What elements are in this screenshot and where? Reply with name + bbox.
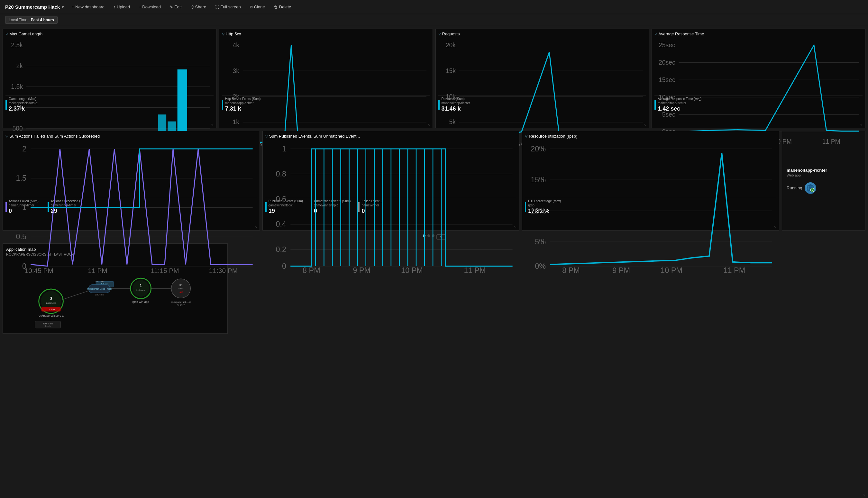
filter-icon-http5xx: ▽: [222, 32, 224, 36]
chart-sum-published: 1 0.8 0.6 0.4 0.2 0: [265, 141, 517, 195]
new-dashboard-button[interactable]: + New dashboard: [70, 4, 106, 10]
svg-text:10%: 10%: [531, 207, 546, 215]
row-2: ▽ Sum Actions Failed and Sum Actions Suc…: [3, 131, 865, 231]
svg-text:15k: 15k: [445, 67, 456, 74]
svg-text:269.1 ms: 269.1 ms: [94, 280, 105, 283]
filter-icon-avg-response: ▽: [655, 32, 657, 36]
widget-title-http5xx: ▽ Http 5xx: [222, 31, 430, 36]
svg-text:10 PM: 10 PM: [401, 266, 423, 275]
time-filter-value: Past 4 hours: [31, 18, 54, 22]
svg-text:▲2: ▲2: [179, 291, 183, 293]
svg-text:11 PM: 11 PM: [724, 266, 746, 275]
app-map-svg: 1.7 ms 3 calls 3 instances 1 <1% rockpap…: [6, 260, 224, 330]
svg-text:rockpapersci...-ai: rockpapersci...-ai: [171, 301, 191, 303]
upload-button[interactable]: ↑ Upload: [112, 4, 132, 10]
svg-text:2.5k: 2.5k: [11, 41, 23, 49]
resize-handle-resource-util[interactable]: ⤡: [774, 225, 778, 229]
svg-text:0.2: 0.2: [276, 245, 286, 254]
svg-text:rpsb-win-app: rpsb-win-app: [132, 300, 149, 303]
svg-text:5sec: 5sec: [662, 111, 675, 118]
resize-handle-avg-response[interactable]: ⤡: [860, 123, 864, 127]
svg-text:5%: 5%: [535, 238, 546, 246]
svg-text:10sec: 10sec: [659, 94, 675, 101]
chart-svg-sum-published: 1 0.8 0.6 0.4 0.2 0: [265, 141, 517, 275]
chart-svg-sum-actions: 2 1.5 1 0.5 0 10:45 PM 11 PM 11:15 PM 11…: [5, 141, 257, 275]
filter-icon-gamelength: ▽: [5, 32, 8, 36]
widget-title-sum-actions: ▽ Sum Actions Failed and Sum Actions Suc…: [5, 134, 257, 139]
svg-text:0.6: 0.6: [276, 195, 286, 203]
clone-icon: ⧉: [250, 5, 253, 9]
resize-handle-requests[interactable]: ⤡: [644, 123, 647, 127]
chart-resource-util: 20% 15% 10% 5% 0% 8 PM 9 PM 10 PM 11 PM: [525, 141, 776, 195]
svg-text:instances: instances: [46, 302, 56, 304]
widget-http5xx: ▽ Http 5xx 4k 3k 2k 1k 0 8 PM: [219, 29, 433, 128]
svg-text:1.5: 1.5: [16, 174, 27, 182]
svg-text:15sec: 15sec: [659, 76, 675, 83]
svg-text:0%: 0%: [535, 262, 546, 271]
svg-text:0.8: 0.8: [276, 170, 286, 178]
svg-text:8 PM: 8 PM: [562, 266, 580, 275]
svg-line-130: [62, 290, 91, 300]
svg-text:3: 3: [50, 296, 52, 301]
svg-text:8 PM: 8 PM: [303, 266, 320, 275]
globe-icon: ✓: [805, 182, 816, 194]
svg-text:38: 38: [179, 284, 182, 287]
svg-text:20sec: 20sec: [659, 59, 675, 66]
widget-sum-published: ▽ Sum Published Events, Sum Unmatched Ev…: [262, 131, 520, 231]
svg-text:5k: 5k: [449, 118, 456, 126]
svg-text:1: 1: [22, 203, 26, 211]
resize-handle-gamelength[interactable]: ⤡: [211, 123, 215, 127]
svg-text:✓: ✓: [812, 189, 814, 192]
service-type: Web app: [787, 173, 860, 177]
edit-button[interactable]: ✎ Edit: [168, 4, 183, 10]
svg-text:10K calls: 10K calls: [95, 293, 104, 296]
widget-title-resource-util: ▽ Resource utilization (rpsb): [525, 134, 776, 139]
chart-svg-resource-util: 20% 15% 10% 5% 0% 8 PM 9 PM 10 PM 11 PM: [525, 141, 776, 275]
svg-text:2k: 2k: [233, 93, 239, 100]
widget-resource-util: ▽ Resource utilization (rpsb) 20% 15% 10…: [522, 131, 779, 231]
plus-icon: +: [72, 5, 74, 9]
chart-gamelength: 2.5k 2k 1.5k 1k 500 0 8 PM 9 PM 10 PM 11…: [5, 38, 213, 93]
svg-text:rockpaperscissors-ai: rockpaperscissors-ai: [38, 314, 64, 317]
service-name: mabenoitapp-richter: [787, 168, 860, 173]
svg-text:1 <1%: 1 <1%: [47, 308, 55, 311]
svg-text:15%: 15%: [531, 175, 546, 184]
time-filter-button[interactable]: Local Time : Past 4 hours: [5, 16, 57, 24]
app-title[interactable]: P20 Summercamp Hack ▼: [5, 4, 65, 10]
svg-text:views: views: [178, 287, 184, 290]
widget-avg-response: ▽ Average Response Time 25sec 20sec 15se…: [651, 29, 865, 128]
chart-avg-response: 25sec 20sec 15sec 10sec 5sec 0sec 8 PM 9…: [655, 38, 863, 93]
svg-text:CLIENT: CLIENT: [177, 304, 185, 306]
download-button[interactable]: ↓ Download: [137, 4, 163, 10]
svg-text:2k: 2k: [16, 62, 23, 69]
fullscreen-button[interactable]: ⛶ Full screen: [213, 4, 243, 10]
delete-button[interactable]: 🗑 Delete: [272, 4, 293, 10]
svg-text:20k: 20k: [445, 41, 456, 49]
edit-icon: ✎: [170, 5, 173, 9]
svg-text:11 PM: 11 PM: [822, 138, 840, 145]
svg-text:20%: 20%: [531, 145, 546, 153]
svg-text:1k: 1k: [233, 118, 239, 126]
widget-requests: ▽ Requests 20k 15k 10k 5k 0 8 PM: [436, 29, 649, 128]
top-nav: P20 Summercamp Hack ▼ + New dashboard ↑ …: [0, 0, 868, 14]
svg-text:9 PM: 9 PM: [613, 266, 630, 275]
share-button[interactable]: ⬡ Share: [189, 4, 208, 10]
svg-text:0: 0: [282, 262, 286, 271]
resize-handle-http5xx[interactable]: ⤡: [427, 123, 431, 127]
row-1: ▽ Max GameLength 2.5k 2k 1.5k 1k: [3, 29, 865, 128]
svg-text:instance: instance: [136, 289, 146, 292]
resize-handle-sum-published[interactable]: ⤡: [514, 225, 518, 229]
svg-text:1k: 1k: [16, 104, 23, 111]
svg-text:4k: 4k: [233, 41, 239, 49]
delete-icon: 🗑: [274, 5, 278, 9]
service-status: Running ✓: [787, 182, 860, 194]
clone-button[interactable]: ⧉ Clone: [248, 4, 267, 10]
svg-text:1.5k: 1.5k: [11, 83, 23, 90]
upload-icon: ↑: [114, 5, 115, 9]
title-text: P20 Summercamp Hack: [5, 4, 60, 10]
time-filter-bar: Local Time : Past 4 hours: [0, 14, 868, 26]
svg-text:1: 1: [282, 145, 286, 153]
resize-handle-sum-actions[interactable]: ⤡: [255, 225, 258, 229]
widget-title-sum-published: ▽ Sum Published Events, Sum Unmatched Ev…: [265, 134, 517, 139]
chart-sum-actions: 2 1.5 1 0.5 0 10:45 PM 11 PM 11:15 PM 11…: [5, 141, 257, 195]
